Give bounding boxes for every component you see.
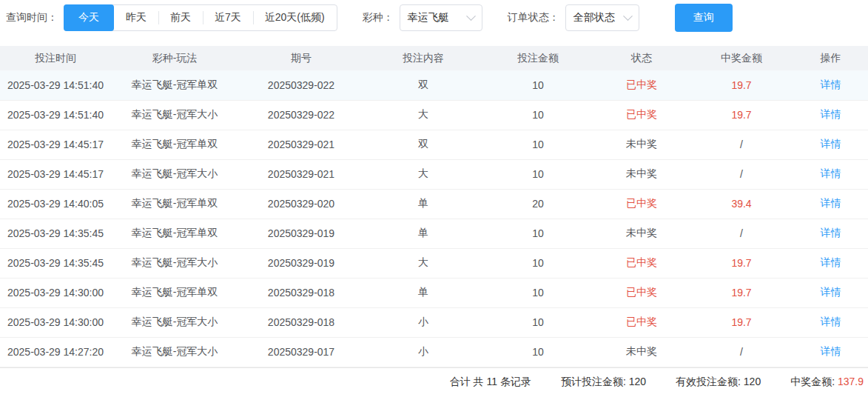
cell-win-amount: 19.7 [690, 278, 793, 307]
cell-game-play: 幸运飞艇-冠军单双 [111, 70, 238, 100]
cell-bet-content: 双 [364, 130, 482, 159]
cell-bet-content: 大 [364, 159, 482, 189]
cell-bet-content: 大 [364, 248, 482, 278]
cell-bet-content: 小 [364, 307, 482, 337]
cell-status: 未中奖 [593, 159, 690, 189]
cell-bet-time: 2025-03-29 14:35:45 [0, 248, 111, 278]
time-option-last-20-days[interactable]: 近20天(低频) [253, 5, 337, 30]
detail-link[interactable]: 详情 [793, 219, 868, 248]
cell-bet-time: 2025-03-29 14:51:40 [0, 70, 111, 100]
cell-game-play: 幸运飞艇-冠军单双 [111, 278, 238, 307]
detail-link[interactable]: 详情 [793, 337, 868, 367]
cell-issue: 20250329-022 [238, 100, 364, 130]
total-win-amount: 中奖金额: 137.9 [790, 376, 864, 389]
table-row: 2025-03-29 14:30:00 幸运飞艇-冠军大小 20250329-0… [0, 307, 868, 337]
time-option-day-before[interactable]: 前天 [158, 5, 203, 30]
cell-win-amount: / [690, 130, 793, 159]
col-header-game-play: 彩种-玩法 [111, 46, 238, 70]
cell-status: 已中奖 [593, 189, 690, 219]
total-records: 合计 共 11 条记录 [450, 376, 531, 389]
lottery-type-select[interactable]: 幸运飞艇 [400, 4, 482, 31]
detail-link[interactable]: 详情 [793, 70, 868, 100]
cell-win-amount: / [690, 159, 793, 189]
cell-game-play: 幸运飞艇-冠军单双 [111, 219, 238, 248]
detail-link[interactable]: 详情 [793, 100, 868, 130]
cell-issue: 20250329-019 [238, 248, 364, 278]
total-win-amount-label: 中奖金额: [790, 376, 835, 387]
cell-bet-amount: 10 [482, 70, 593, 100]
cell-win-amount: 19.7 [690, 70, 793, 100]
cell-bet-content: 单 [364, 189, 482, 219]
cell-status: 未中奖 [593, 130, 690, 159]
cell-bet-content: 大 [364, 100, 482, 130]
cell-win-amount: 19.7 [690, 248, 793, 278]
summary-footer: 合计 共 11 条记录 预计投注金额: 120 有效投注金额: 120 中奖金额… [0, 367, 868, 397]
table-row: 2025-03-29 14:45:17 幸运飞艇-冠军大小 20250329-0… [0, 159, 868, 189]
detail-link[interactable]: 详情 [793, 159, 868, 189]
cell-bet-time: 2025-03-29 14:45:17 [0, 159, 111, 189]
cell-game-play: 幸运飞艇-冠军大小 [111, 337, 238, 367]
cell-bet-amount: 10 [482, 278, 593, 307]
lottery-type-value: 幸运飞艇 [408, 11, 449, 24]
cell-status: 已中奖 [593, 100, 690, 130]
cell-issue: 20250329-017 [238, 337, 364, 367]
cell-issue: 20250329-018 [238, 278, 364, 307]
cell-bet-time: 2025-03-29 14:27:20 [0, 337, 111, 367]
cell-status: 未中奖 [593, 219, 690, 248]
col-header-bet-amount: 投注金额 [482, 46, 593, 70]
time-option-last-7-days[interactable]: 近7天 [203, 5, 253, 30]
cell-bet-amount: 10 [482, 337, 593, 367]
table-body: 2025-03-29 14:51:40 幸运飞艇-冠军单双 20250329-0… [0, 70, 868, 367]
col-header-bet-time: 投注时间 [0, 46, 111, 70]
cell-bet-time: 2025-03-29 14:40:05 [0, 189, 111, 219]
col-header-action: 操作 [793, 46, 868, 70]
cell-bet-amount: 10 [482, 100, 593, 130]
col-header-issue: 期号 [238, 46, 364, 70]
filter-bar: 查询时间： 今天 昨天 前天 近7天 近20天(低频) 彩种： 幸运飞艇 订单状… [0, 0, 868, 36]
cell-status: 已中奖 [593, 70, 690, 100]
table-row: 2025-03-29 14:40:05 幸运飞艇-冠军单双 20250329-0… [0, 189, 868, 219]
detail-link[interactable]: 详情 [793, 130, 868, 159]
cell-bet-amount: 10 [482, 159, 593, 189]
cell-game-play: 幸运飞艇-冠军大小 [111, 307, 238, 337]
table-row: 2025-03-29 14:45:17 幸运飞艇-冠军单双 20250329-0… [0, 130, 868, 159]
cell-status: 已中奖 [593, 248, 690, 278]
cell-game-play: 幸运飞艇-冠军大小 [111, 248, 238, 278]
table-header: 投注时间 彩种-玩法 期号 投注内容 投注金额 状态 中奖金额 操作 [0, 46, 868, 70]
time-option-yesterday[interactable]: 昨天 [114, 5, 158, 30]
time-option-today[interactable]: 今天 [64, 4, 114, 31]
cell-game-play: 幸运飞艇-冠军单双 [111, 130, 238, 159]
cell-status: 未中奖 [593, 337, 690, 367]
cell-issue: 20250329-018 [238, 307, 364, 337]
search-button[interactable]: 查询 [675, 4, 733, 32]
cell-win-amount: 39.4 [690, 189, 793, 219]
orders-table-wrap: 投注时间 彩种-玩法 期号 投注内容 投注金额 状态 中奖金额 操作 2025-… [0, 46, 868, 367]
lottery-type-label: 彩种： [363, 11, 394, 24]
col-header-bet-content: 投注内容 [364, 46, 482, 70]
detail-link[interactable]: 详情 [793, 248, 868, 278]
valid-bet-amount-value: 120 [744, 376, 761, 387]
detail-link[interactable]: 详情 [793, 278, 868, 307]
detail-link[interactable]: 详情 [793, 189, 868, 219]
cell-win-amount: / [690, 337, 793, 367]
detail-link[interactable]: 详情 [793, 307, 868, 337]
valid-bet-amount: 有效投注金额: 120 [676, 376, 761, 389]
time-range-button-group: 今天 昨天 前天 近7天 近20天(低频) [64, 4, 337, 31]
cell-bet-content: 单 [364, 278, 482, 307]
cell-game-play: 幸运飞艇-冠军单双 [111, 189, 238, 219]
cell-bet-content: 双 [364, 70, 482, 100]
cell-bet-time: 2025-03-29 14:35:45 [0, 219, 111, 248]
cell-status: 已中奖 [593, 278, 690, 307]
cell-bet-time: 2025-03-29 14:45:17 [0, 130, 111, 159]
order-status-select[interactable]: 全部状态 [565, 4, 639, 31]
expected-bet-amount-label: 预计投注金额: [561, 376, 626, 387]
table-row: 2025-03-29 14:27:20 幸运飞艇-冠军大小 20250329-0… [0, 337, 868, 367]
cell-issue: 20250329-020 [238, 189, 364, 219]
cell-win-amount: / [690, 219, 793, 248]
cell-issue: 20250329-021 [238, 130, 364, 159]
table-row: 2025-03-29 14:51:40 幸运飞艇-冠军单双 20250329-0… [0, 70, 868, 100]
order-status-value: 全部状态 [573, 11, 615, 24]
cell-bet-amount: 10 [482, 130, 593, 159]
chevron-down-icon [466, 11, 476, 21]
chevron-down-icon [623, 11, 633, 21]
